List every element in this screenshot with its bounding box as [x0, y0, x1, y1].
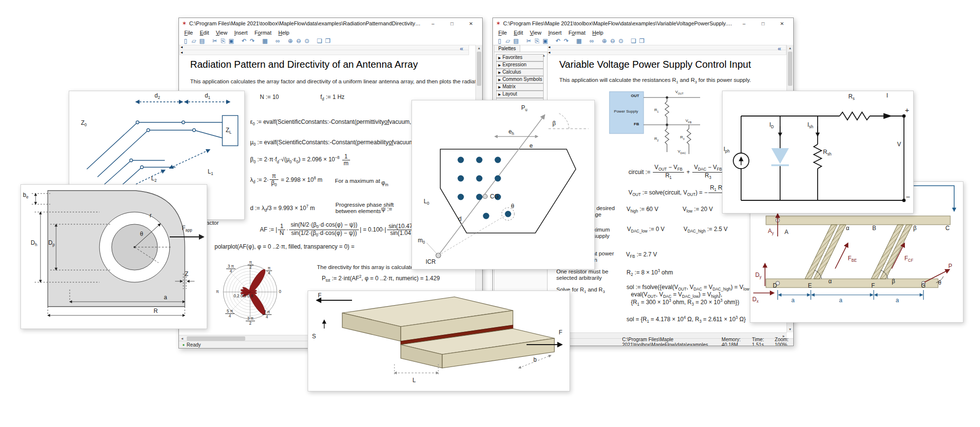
menu-edit[interactable]: Edit	[510, 30, 527, 36]
math-sol-line1[interactable]: sol := fsolve({eval(VOUT, VDAC = VDAC_hi…	[627, 284, 751, 291]
math-vdac-low[interactable]: VDAC_low := 0 V	[627, 226, 665, 233]
margin-marker-icon[interactable]: ◄	[180, 45, 183, 49]
palette-matrix[interactable]: ▶Matrix	[496, 83, 544, 91]
scroll-down-icon[interactable]: ▼	[787, 326, 793, 332]
maximize-button[interactable]: □	[444, 21, 460, 26]
grid-icon[interactable]: ▦	[261, 38, 269, 44]
math-fd[interactable]: fd := 1 Hz	[320, 94, 345, 101]
new-document-icon[interactable]: ▯	[495, 38, 504, 44]
cut-icon[interactable]: ✂	[525, 38, 533, 44]
menu-insert[interactable]: Insert	[231, 30, 251, 36]
hyperlink-icon[interactable]: ∞	[588, 38, 596, 44]
palette-common-symbols[interactable]: ▶Common Symbols	[496, 76, 544, 83]
math-epsilon0[interactable]: ε0 := evalf(ScientificConstants:-Constan…	[250, 118, 429, 126]
menu-view[interactable]: View	[213, 30, 231, 36]
math-d[interactable]: d := λd/3 = 9.993 × 107 m	[250, 204, 315, 213]
math-vdac-high[interactable]: VDAC_high := 2.5 V	[684, 226, 727, 233]
math-sol-line3[interactable]: {R1 = 300 × 103 ohm, R3 = 20 × 103 ohm})	[631, 298, 739, 307]
math-vhigh[interactable]: Vhigh := 60 V	[627, 206, 658, 214]
save-icon[interactable]: ▤	[512, 38, 520, 44]
toolbar: ▯ ▱ ▤ ✂ ⎘ ▣ ↶ ↷ ▦ ∞ ⊕ ⊖ ⊙ ❏ ❐	[493, 37, 793, 45]
zoom-in-icon[interactable]: ⊕	[600, 38, 608, 44]
save-icon[interactable]: ▤	[198, 38, 206, 44]
copy-icon[interactable]: ⎘	[533, 38, 541, 44]
menu-view[interactable]: View	[527, 30, 545, 36]
open-file-icon[interactable]: ▱	[504, 38, 512, 44]
scroll-up-icon[interactable]: ▲	[476, 45, 482, 51]
menu-format[interactable]: Format	[565, 30, 589, 36]
zoom-out-icon[interactable]: ⊖	[294, 38, 303, 44]
collapse-chevron-icon[interactable]: «	[778, 45, 781, 52]
copy-icon[interactable]: ⎘	[219, 38, 227, 44]
math-mu0[interactable]: μ0 := evalf(ScientificConstants:-Constan…	[250, 139, 433, 147]
cut-icon[interactable]: ✂	[211, 38, 219, 44]
status-path: C:\Program Files\Maple 2021\toolbox\Mapl…	[622, 337, 715, 346]
zoom-reset-icon[interactable]: ⊙	[303, 38, 311, 44]
menu-format[interactable]: Format	[251, 30, 275, 36]
math-ptot[interactable]: Ptot := 2·int(AF2, φ = 0 ..2·π, numeric)…	[322, 274, 440, 283]
pages-view-icon[interactable]: ❐	[638, 38, 646, 44]
dimension-d2-label: d2	[155, 92, 160, 100]
scrollbar-thumb[interactable]	[788, 52, 792, 86]
palette-favorites[interactable]: ▶Favorites	[496, 54, 544, 61]
paste-icon[interactable]: ▣	[227, 38, 235, 44]
doc-intro: This application will calculate the resi…	[559, 77, 751, 84]
scroll-up-icon[interactable]: ▲	[787, 45, 793, 51]
menu-file[interactable]: File	[181, 30, 196, 36]
redo-icon[interactable]: ↷	[248, 38, 256, 44]
math-sol-result[interactable]: sol = {R1 = 4.178 × 104 Ω, R3 = 2.611 × …	[627, 315, 745, 324]
grid-icon[interactable]: ▦	[575, 38, 583, 44]
open-file-icon[interactable]: ▱	[190, 38, 198, 44]
close-button[interactable]: ✕	[463, 21, 479, 26]
scrollbar-thumb[interactable]	[477, 52, 481, 86]
margin-marker-icon[interactable]: ◄	[548, 45, 551, 49]
collapse-chevron-icon[interactable]: «	[460, 45, 463, 52]
polar-label-315: 7 π4	[261, 310, 273, 319]
maximize-button[interactable]: □	[755, 21, 771, 26]
pages-view-icon[interactable]: ❐	[324, 38, 332, 44]
paste-icon[interactable]: ▣	[541, 38, 549, 44]
minimize-button[interactable]: –	[736, 21, 752, 26]
redo-icon[interactable]: ↷	[562, 38, 570, 44]
scrollbar-thumb[interactable]	[187, 336, 245, 341]
page-view-icon[interactable]: ❏	[629, 38, 638, 44]
margin-marker-icon[interactable]: ◄	[548, 51, 551, 55]
undo-icon[interactable]: ↶	[554, 38, 562, 44]
math-beta0[interactable]: β0 := 2·π·fd·√(μ0·ε0) = 2.096 × 10−8 1m	[250, 154, 351, 166]
margin-marker-icon[interactable]: ◄	[180, 51, 183, 55]
close-button[interactable]: ✕	[774, 21, 790, 26]
zoom-reset-icon[interactable]: ⊙	[617, 38, 625, 44]
expand-arrow-icon: ▶	[498, 63, 501, 67]
menu-help[interactable]: Help	[275, 30, 293, 36]
new-document-icon[interactable]: ▯	[181, 38, 190, 44]
palette-calculus[interactable]: ▶Calculus	[496, 69, 544, 76]
palette-layout[interactable]: ▶Layout	[496, 91, 544, 98]
titlebar[interactable]: ✶ C:\Program Files\Maple 2021\toolbox\Ma…	[179, 18, 482, 29]
math-vlow[interactable]: Vlow := 20 V	[683, 206, 713, 214]
toolbar: ▯ ▱ ▤ ✂ ⎘ ▣ ↶ ↷ ▦ ∞ ⊕ ⊖ ⊙ ❏ ❐	[179, 37, 482, 45]
menu-insert[interactable]: Insert	[545, 30, 565, 36]
force-pu-label: Pu	[521, 104, 528, 112]
math-sol-line2[interactable]: eval(VOUT, VDAC = VDAC_low) = Vhigh},	[631, 291, 722, 299]
zoom-in-icon[interactable]: ⊕	[286, 38, 294, 44]
menu-file[interactable]: File	[495, 30, 510, 36]
palettes-tab[interactable]: Palettes	[494, 45, 520, 52]
palette-expression[interactable]: ▶Expression	[496, 61, 544, 69]
zoom-out-icon[interactable]: ⊖	[608, 38, 617, 44]
titlebar[interactable]: ✶ C:\Program Files\Maple 2021\toolbox\Ma…	[493, 18, 793, 29]
math-psi-fragment[interactable]: ψ :=	[381, 206, 392, 213]
hyperlink-icon[interactable]: ∞	[274, 38, 282, 44]
math-n[interactable]: N := 10	[260, 94, 279, 100]
math-phim-fragment[interactable]: φm	[381, 179, 389, 187]
minimize-button[interactable]: –	[425, 21, 441, 26]
menu-edit[interactable]: Edit	[196, 30, 213, 36]
menu-help[interactable]: Help	[589, 30, 607, 36]
math-r2[interactable]: R2 := 8 × 103 ohm	[627, 269, 673, 277]
math-vfb[interactable]: VFB := 2.7 V	[626, 251, 657, 259]
math-polarplot[interactable]: polarplot(AF(φ), φ = 0 ..2·π, filled, tr…	[215, 243, 354, 250]
palette-scroll-up-icon[interactable]: ▲	[541, 52, 547, 58]
undo-icon[interactable]: ↶	[240, 38, 248, 44]
math-lambda[interactable]: λd := 2·πβ0 = 2.998 × 108 m	[250, 173, 322, 188]
page-view-icon[interactable]: ❏	[315, 38, 324, 44]
angle-theta-label: θ	[140, 231, 143, 237]
